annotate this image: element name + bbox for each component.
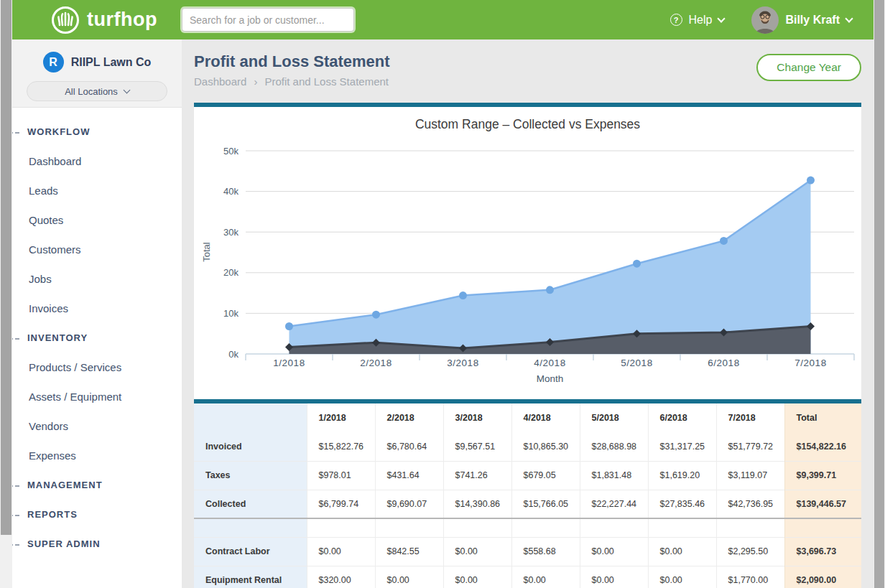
column-header-5-2018: 5/2018 bbox=[580, 403, 648, 432]
sidebar-item-vendors[interactable]: Vendors bbox=[12, 420, 182, 432]
sidebar-item-products-services[interactable]: Products / Services bbox=[12, 361, 182, 373]
row-label bbox=[194, 518, 307, 537]
cell-value: $1,619.20 bbox=[648, 461, 716, 490]
sidebar-item-dashboard[interactable]: Dashboard bbox=[12, 155, 182, 167]
sidebar-section-row: INVENTORY bbox=[12, 323, 182, 353]
cell-value: $0.00 bbox=[580, 537, 648, 566]
change-year-button[interactable]: Change Year bbox=[756, 54, 861, 81]
sidebar-item-jobs[interactable]: Jobs bbox=[12, 273, 182, 285]
sidebar-item-invoices[interactable]: Invoices bbox=[12, 302, 182, 314]
row-label: Invoiced bbox=[194, 432, 307, 461]
cell-value: $9,567.51 bbox=[443, 432, 511, 461]
page-title: Profit and Loss Statement bbox=[194, 52, 390, 71]
x-tick-label: 7/2018 bbox=[794, 358, 826, 368]
sidebar-item-quotes[interactable]: Quotes bbox=[12, 214, 182, 226]
column-header bbox=[194, 403, 307, 432]
cell-value: $27,835.46 bbox=[648, 490, 716, 518]
cell-total bbox=[784, 518, 861, 537]
page-scrollbar-thumb[interactable] bbox=[874, 0, 884, 588]
cell-value: $2,295.50 bbox=[716, 537, 784, 566]
cell-total: $154,822.16 bbox=[784, 432, 861, 461]
table-row-taxes: Taxes$978.01$431.64$741.26$679.05$1,831.… bbox=[194, 461, 861, 490]
app-header: turfhop ? Help bbox=[12, 0, 874, 39]
sidebar-section-inventory: INVENTORY bbox=[12, 332, 88, 343]
sidebar-item-row: Customers bbox=[12, 235, 182, 264]
marker-collected bbox=[720, 237, 728, 245]
cell-value bbox=[443, 518, 511, 537]
sidebar-section-super-admin: SUPER ADMIN bbox=[12, 538, 101, 549]
user-menu[interactable]: Billy Kraft bbox=[751, 6, 852, 34]
cell-value: $0.00 bbox=[443, 537, 511, 566]
company-switcher[interactable]: R RIIPL Lawn Co bbox=[12, 52, 182, 73]
location-filter-dropdown[interactable]: All Locations bbox=[27, 81, 167, 101]
sidebar-item-row: Jobs bbox=[12, 264, 182, 294]
cell-value: $431.64 bbox=[375, 461, 443, 490]
cell-value: $978.01 bbox=[307, 461, 375, 490]
sidebar-item-row: Dashboard bbox=[12, 146, 182, 176]
help-menu[interactable]: ? Help bbox=[670, 14, 725, 27]
brand-logo[interactable]: turfhop bbox=[50, 5, 157, 35]
area-chart: 0k10k20k30k40k50k1/20182/20183/20184/201… bbox=[194, 107, 860, 399]
company-logo-icon: R bbox=[43, 52, 64, 73]
company-name: RIIPL Lawn Co bbox=[71, 56, 152, 69]
cell-value: $0.00 bbox=[307, 537, 375, 566]
row-label: Contract Labor bbox=[194, 537, 307, 566]
chart-card: Custom Range – Collected vs Expenses 0k1… bbox=[194, 103, 861, 399]
sidebar-section-row: SUPER ADMIN bbox=[12, 529, 182, 559]
breadcrumb-dashboard[interactable]: Dashboard bbox=[194, 75, 246, 88]
cell-value: $42,736.95 bbox=[716, 490, 784, 518]
cell-total: $2,090.00 bbox=[784, 566, 861, 588]
sidebar-item-assets-equipment[interactable]: Assets / Equipment bbox=[12, 391, 182, 403]
column-header-total: Total bbox=[784, 403, 861, 432]
cell-value: $9,690.07 bbox=[375, 490, 443, 518]
sidebar-scrollbar-thumb[interactable] bbox=[1, 0, 11, 535]
table-row-contract-labor: Contract Labor$0.00$842.55$0.00$558.68$0… bbox=[194, 537, 861, 566]
sidebar-item-row: Vendors bbox=[12, 411, 182, 441]
app-screen: turfhop ? Help bbox=[0, 0, 885, 588]
chevron-down-icon bbox=[123, 87, 130, 94]
breadcrumb-separator-icon: › bbox=[254, 75, 257, 88]
cell-value: $320.00 bbox=[307, 566, 375, 588]
cell-value: $679.05 bbox=[511, 461, 580, 490]
cell-value: $6,780.64 bbox=[375, 432, 443, 461]
cell-value: $0.00 bbox=[443, 566, 511, 588]
column-header-2-2018: 2/2018 bbox=[375, 403, 443, 432]
marker-collected bbox=[633, 260, 641, 268]
row-label: Taxes bbox=[194, 461, 307, 490]
page-scrollbar[interactable] bbox=[874, 0, 885, 588]
help-icon: ? bbox=[670, 14, 682, 26]
cell-value: $1,770.00 bbox=[716, 566, 784, 588]
cell-value: $10,865.30 bbox=[511, 432, 580, 461]
cell-value: $0.00 bbox=[511, 566, 580, 588]
cell-value bbox=[716, 518, 784, 537]
cell-value: $0.00 bbox=[580, 566, 648, 588]
column-header-7-2018: 7/2018 bbox=[716, 403, 784, 432]
sidebar-item-row: Products / Services bbox=[12, 353, 182, 382]
cell-value: $28,688.98 bbox=[580, 432, 648, 461]
cell-value bbox=[375, 518, 443, 537]
chart-body: Custom Range – Collected vs Expenses 0k1… bbox=[194, 107, 861, 399]
y-tick-label: 20k bbox=[223, 267, 238, 278]
y-axis-title: Total bbox=[201, 242, 212, 262]
sidebar-item-customers[interactable]: Customers bbox=[12, 243, 182, 256]
main-content: Profit and Loss Statement Dashboard›Prof… bbox=[182, 39, 874, 588]
column-header-6-2018: 6/2018 bbox=[648, 403, 716, 432]
cell-value: $31,317.25 bbox=[648, 432, 716, 461]
x-tick-label: 2/2018 bbox=[360, 358, 391, 368]
cell-value: $741.26 bbox=[443, 461, 511, 490]
search-input[interactable] bbox=[182, 8, 354, 32]
column-header-1-2018: 1/2018 bbox=[307, 403, 375, 432]
sidebar-section-management: MANAGEMENT bbox=[12, 480, 103, 490]
x-tick-label: 5/2018 bbox=[621, 358, 652, 368]
marker-collected bbox=[372, 311, 380, 319]
row-label: Collected bbox=[194, 490, 307, 518]
sidebar-item-expenses[interactable]: Expenses bbox=[12, 449, 182, 462]
cell-total: $3,696.73 bbox=[784, 537, 861, 566]
sidebar-item-leads[interactable]: Leads bbox=[12, 185, 182, 197]
sidebar-item-row: Quotes bbox=[12, 205, 182, 235]
sidebar-company-block: R RIIPL Lawn Co All Locations bbox=[12, 39, 182, 108]
cell-value: $0.00 bbox=[648, 537, 716, 566]
sidebar-scrollbar[interactable] bbox=[0, 0, 12, 588]
cell-value: $1,831.48 bbox=[580, 461, 648, 490]
marker-collected bbox=[546, 286, 554, 294]
